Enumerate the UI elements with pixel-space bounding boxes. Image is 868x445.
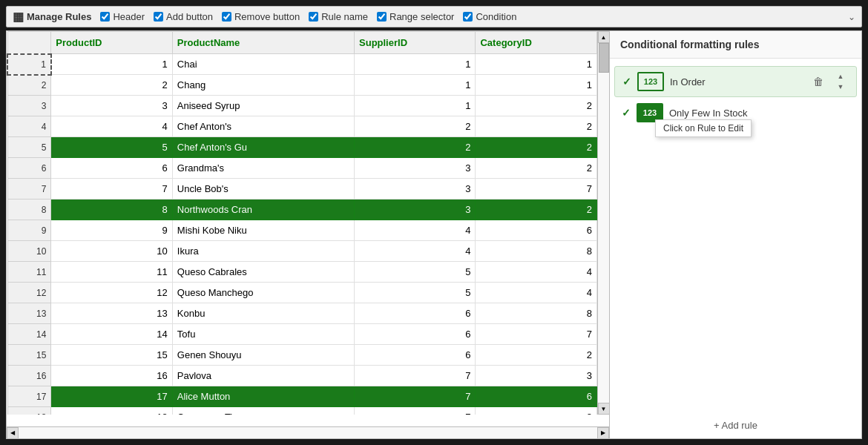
categoryid-cell[interactable]: 2 <box>476 345 597 366</box>
supplierid-cell[interactable]: 5 <box>355 262 476 283</box>
supplierid-cell[interactable]: 7 <box>355 366 476 386</box>
table-row[interactable]: 1717Alice Mutton76 <box>7 386 597 407</box>
add-button-checkbox[interactable] <box>154 12 163 22</box>
categoryid-cell[interactable]: 8 <box>476 241 597 262</box>
supplierid-cell[interactable]: 5 <box>355 283 476 303</box>
categoryid-cell[interactable]: 6 <box>476 220 597 241</box>
scroll-thumb[interactable] <box>599 43 609 73</box>
toolbar-item-rule-name[interactable]: Rule name <box>309 11 368 22</box>
productid-cell[interactable]: 3 <box>51 96 172 116</box>
range-selector-checkbox[interactable] <box>377 12 387 22</box>
productname-cell[interactable]: Konbu <box>172 303 354 324</box>
categoryid-cell[interactable]: 2 <box>476 137 597 158</box>
supplierid-cell[interactable]: 6 <box>355 345 476 366</box>
categoryid-cell[interactable]: 1 <box>476 54 597 75</box>
horizontal-scrollbar[interactable]: ◀ ▶ <box>7 426 609 438</box>
productid-cell[interactable]: 7 <box>51 179 172 200</box>
productid-cell[interactable]: 14 <box>51 324 172 345</box>
supplierid-cell[interactable]: 4 <box>355 241 476 262</box>
toolbar-item-condition[interactable]: Condition <box>463 11 516 22</box>
supplierid-cell[interactable]: 7 <box>355 407 476 415</box>
productname-cell[interactable]: Pavlova <box>172 366 354 386</box>
remove-button-checkbox[interactable] <box>222 12 231 22</box>
table-row[interactable]: 66Grandma's32 <box>7 158 597 179</box>
toolbar-item-add-button[interactable]: Add button <box>154 11 213 22</box>
table-row[interactable]: 44Chef Anton's22 <box>7 116 597 137</box>
categoryid-cell[interactable]: 7 <box>476 324 597 345</box>
scroll-right-btn[interactable]: ▶ <box>597 427 609 439</box>
rule-move-up-btn-1[interactable]: ▲ <box>832 71 849 82</box>
supplierid-cell[interactable]: 2 <box>355 116 476 137</box>
rule-item-2[interactable]: ✓ 123 Only Few In Stock Click on Rule to… <box>614 99 857 127</box>
productname-cell[interactable]: Genen Shouyu <box>172 345 354 366</box>
supplierid-cell[interactable]: 4 <box>355 220 476 241</box>
table-row[interactable]: 22Chang11 <box>7 75 597 96</box>
productid-cell[interactable]: 18 <box>51 407 172 415</box>
productid-cell[interactable]: 16 <box>51 366 172 386</box>
toolbar-item-range-selector[interactable]: Range selector <box>377 11 454 22</box>
table-row[interactable]: 1010Ikura48 <box>7 241 597 262</box>
productid-cell[interactable]: 6 <box>51 158 172 179</box>
supplierid-cell[interactable]: 1 <box>355 75 476 96</box>
productname-cell[interactable]: Aniseed Syrup <box>172 96 354 116</box>
productid-cell[interactable]: 1 <box>51 54 172 75</box>
table-row[interactable]: 1616Pavlova73 <box>7 366 597 386</box>
vertical-scrollbar[interactable]: ▲ ▼ <box>597 31 609 415</box>
productname-cell[interactable]: Ikura <box>172 241 354 262</box>
scroll-down-btn[interactable]: ▼ <box>598 403 610 415</box>
table-row[interactable]: 11Chai11 <box>7 54 597 75</box>
rule-move-down-btn-1[interactable]: ▼ <box>832 82 849 92</box>
table-row[interactable]: 1414Tofu67 <box>7 324 597 345</box>
h-scroll-track[interactable] <box>19 427 597 438</box>
categoryid-cell[interactable]: 2 <box>476 116 597 137</box>
supplierid-cell[interactable]: 1 <box>355 96 476 116</box>
rule-delete-btn-1[interactable]: 🗑 <box>810 73 826 90</box>
table-row[interactable]: 88Northwoods Cran32 <box>7 200 597 220</box>
productname-cell[interactable]: Northwoods Cran <box>172 200 354 220</box>
add-rule-button[interactable]: + Add rule <box>610 412 861 438</box>
header-checkbox[interactable] <box>100 12 110 22</box>
categoryid-cell[interactable]: 7 <box>476 179 597 200</box>
table-row[interactable]: 1818Carnarvon Tigers78 <box>7 407 597 415</box>
productname-cell[interactable]: Queso Cabrales <box>172 262 354 283</box>
productname-cell[interactable]: Queso Manchego <box>172 283 354 303</box>
productname-cell[interactable]: Mishi Kobe Niku <box>172 220 354 241</box>
toolbar-item-header[interactable]: Header <box>100 11 145 22</box>
productname-cell[interactable]: Carnarvon Tigers <box>172 407 354 415</box>
scroll-track[interactable] <box>598 43 609 403</box>
productname-cell[interactable]: Grandma's <box>172 158 354 179</box>
categoryid-cell[interactable]: 2 <box>476 158 597 179</box>
supplierid-cell[interactable]: 1 <box>355 54 476 75</box>
productid-cell[interactable]: 2 <box>51 75 172 96</box>
productid-cell[interactable]: 17 <box>51 386 172 407</box>
supplierid-cell[interactable]: 3 <box>355 179 476 200</box>
table-row[interactable]: 99Mishi Kobe Niku46 <box>7 220 597 241</box>
supplierid-cell[interactable]: 6 <box>355 303 476 324</box>
productid-cell[interactable]: 15 <box>51 345 172 366</box>
productid-cell[interactable]: 9 <box>51 220 172 241</box>
categoryid-cell[interactable]: 6 <box>476 386 597 407</box>
table-row[interactable]: 1515Genen Shouyu62 <box>7 345 597 366</box>
categoryid-cell[interactable]: 2 <box>476 96 597 116</box>
categoryid-cell[interactable]: 4 <box>476 262 597 283</box>
table-row[interactable]: 1212Queso Manchego54 <box>7 283 597 303</box>
table-row[interactable]: 33Aniseed Syrup12 <box>7 96 597 116</box>
productname-cell[interactable]: Chef Anton's <box>172 116 354 137</box>
table-row[interactable]: 55Chef Anton's Gu22 <box>7 137 597 158</box>
col-header-categoryid[interactable]: CategoryID <box>476 32 597 54</box>
chevron-down-icon[interactable]: ⌄ <box>848 12 855 22</box>
supplierid-cell[interactable]: 7 <box>355 386 476 407</box>
col-header-productid[interactable]: ProductID <box>51 32 172 54</box>
scroll-left-btn[interactable]: ◀ <box>7 427 19 439</box>
col-header-supplierid[interactable]: SupplierID <box>355 32 476 54</box>
productname-cell[interactable]: Uncle Bob's <box>172 179 354 200</box>
categoryid-cell[interactable]: 3 <box>476 366 597 386</box>
col-header-productname[interactable]: ProductName <box>172 32 354 54</box>
productname-cell[interactable]: Chai <box>172 54 354 75</box>
rule-item-1[interactable]: ✓ 123 In Order 🗑 ▲ ▼ <box>614 66 857 97</box>
productname-cell[interactable]: Chef Anton's Gu <box>172 137 354 158</box>
productid-cell[interactable]: 10 <box>51 241 172 262</box>
condition-checkbox[interactable] <box>463 12 473 22</box>
supplierid-cell[interactable]: 3 <box>355 200 476 220</box>
productname-cell[interactable]: Chang <box>172 75 354 96</box>
